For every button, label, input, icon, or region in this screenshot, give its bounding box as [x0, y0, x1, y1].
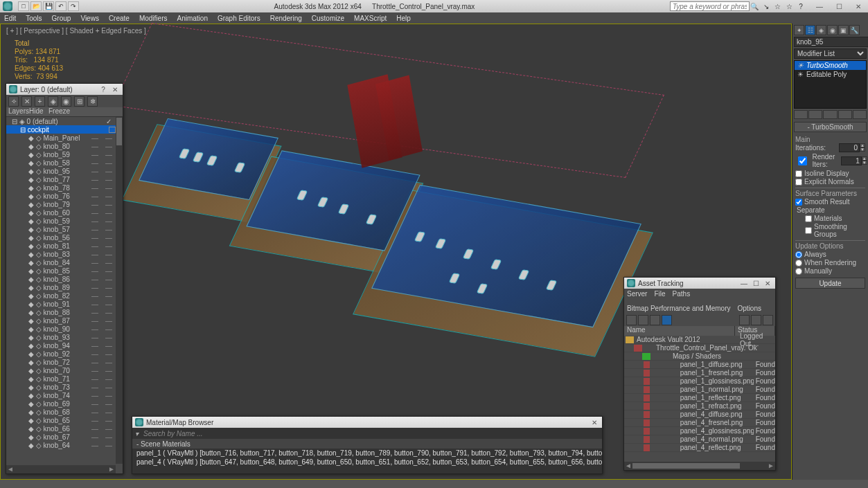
menu-edit[interactable]: Edit — [4, 15, 16, 22]
arrow-icon[interactable]: ↘ — [761, 1, 771, 11]
asset-row[interactable]: panel_4_fresnel.pngFound — [624, 419, 775, 427]
menu-group[interactable]: Group — [52, 15, 71, 22]
modifier-stack[interactable]: ☀TurboSmooth☀Editable Poly — [794, 60, 867, 109]
qat-open-icon[interactable]: 📂 — [30, 1, 42, 11]
remove-modifier-icon[interactable] — [838, 110, 852, 119]
update-button[interactable]: Update — [795, 278, 865, 289]
layer-row[interactable]: ◆ ◇ knob_74—— — [6, 391, 116, 399]
list-view-icon[interactable] — [650, 315, 660, 325]
asset-hscrollbar[interactable]: ◄► — [624, 462, 775, 470]
smooth-result-checkbox[interactable] — [795, 199, 802, 206]
close-icon[interactable]: ✕ — [763, 280, 772, 287]
tree-view-icon[interactable] — [626, 315, 637, 325]
menu-customize[interactable]: Customize — [312, 15, 344, 22]
configure-sets-icon[interactable] — [853, 110, 867, 119]
iterations-spinner[interactable] — [839, 143, 860, 152]
tab-motion-icon[interactable]: ◉ — [827, 25, 838, 35]
menu-animation[interactable]: Animation — [177, 15, 207, 22]
modifier-list-dropdown[interactable]: Modifier List — [794, 48, 867, 59]
scene-materials-group[interactable]: - Scene Materials — [132, 439, 602, 449]
menu-maxscript[interactable]: MAXScript — [354, 15, 387, 22]
explicit-normals-checkbox[interactable] — [795, 179, 802, 186]
asset-row[interactable]: panel_1_refract.pngFound — [624, 402, 775, 410]
asset-row[interactable]: panel_4_normal.pngFound — [624, 435, 775, 444]
hide-unhide-icon[interactable]: ⊞ — [74, 96, 85, 107]
tab-hierarchy-icon[interactable]: ◈ — [816, 25, 826, 35]
layer-row[interactable]: ◆ ◇ knob_70—— — [6, 366, 116, 374]
select-highlight-icon[interactable]: ◈ — [48, 96, 58, 107]
refresh-icon[interactable] — [739, 315, 750, 325]
asset-row[interactable]: Throttle_Control_Panel_vray.maxOk — [624, 344, 775, 352]
new-layer-icon[interactable]: ✧ — [8, 96, 19, 107]
layer-row[interactable]: ◆ ◇ knob_84—— — [6, 258, 116, 266]
tab-modify-icon[interactable]: ☷ — [805, 25, 815, 35]
sep-smoothing-checkbox[interactable] — [805, 227, 812, 234]
layer-row[interactable]: ◆ ◇ knob_89—— — [6, 283, 116, 291]
spinner-down[interactable]: ▼ — [860, 147, 865, 152]
layer-row[interactable]: ◆ ◇ knob_71—— — [6, 374, 116, 383]
help-icon[interactable]: ? — [796, 1, 806, 11]
table-view-icon[interactable] — [638, 315, 648, 325]
layer-row[interactable]: ◆ ◇ knob_56—— — [6, 233, 116, 242]
asset-row[interactable]: panel_4_reflect.pngFound — [624, 444, 775, 452]
layer-tree[interactable]: ⊟ ◈ 0 (default)✓⊟ cockpit◆ ◇ Main_Panel—… — [6, 117, 116, 464]
help-search-input[interactable] — [670, 1, 750, 11]
layer-row[interactable]: ◆ ◇ knob_80—— — [6, 142, 116, 150]
show-end-result-icon[interactable] — [808, 110, 822, 119]
status-icon[interactable] — [751, 315, 761, 325]
modifier-editable-poly[interactable]: ☀Editable Poly — [795, 70, 866, 79]
asset-menu-file[interactable]: File — [654, 290, 665, 298]
asset-row[interactable]: panel_1_glossiness.pngFound — [624, 377, 775, 386]
layer-row[interactable]: ◆ ◇ knob_66—— — [6, 424, 116, 433]
material-row[interactable]: panel_1 ( VRayMtl ) [button_716, button_… — [132, 449, 602, 458]
material-row[interactable]: panel_4 ( VRayMtl ) [button_647, button_… — [132, 458, 602, 467]
layer-row[interactable]: ◆ ◇ knob_91—— — [6, 300, 116, 308]
minimize-button[interactable]: — — [813, 3, 826, 10]
layer-row[interactable]: ◆ ◇ knob_76—— — [6, 192, 116, 200]
qat-redo-icon[interactable]: ↷ — [68, 1, 79, 11]
layer-row[interactable]: ◆ ◇ knob_67—— — [6, 433, 116, 441]
menu-modifiers[interactable]: Modifiers — [139, 15, 168, 22]
layer-row[interactable]: ◆ ◇ knob_77—— — [6, 175, 116, 183]
layer-row[interactable]: ◆ ◇ knob_65—— — [6, 416, 116, 424]
layer-row[interactable]: ◆ ◇ knob_58—— — [6, 159, 116, 167]
render-iters-checkbox[interactable] — [795, 156, 810, 165]
thumbnail-view-icon[interactable] — [662, 315, 672, 325]
options-icon[interactable] — [763, 315, 773, 325]
layer-row[interactable]: ◆ ◇ knob_88—— — [6, 308, 116, 316]
update-manually-radio[interactable] — [795, 268, 802, 275]
sep-materials-checkbox[interactable] — [805, 215, 812, 222]
asset-row[interactable]: Maps / Shaders — [624, 352, 775, 361]
layer-row[interactable]: ◆ ◇ knob_68—— — [6, 408, 116, 416]
layer-row[interactable]: ◆ ◇ knob_69—— — [6, 399, 116, 408]
asset-menu-options[interactable]: Options — [738, 305, 761, 312]
help-icon[interactable]: ? — [98, 86, 108, 93]
close-icon[interactable]: ✕ — [110, 86, 120, 93]
asset-menu-server[interactable]: Server — [627, 290, 647, 298]
layer-dialog-titlebar[interactable]: Layer: 0 (default) ?✕ — [6, 84, 123, 95]
material-dialog-titlebar[interactable]: Material/Map Browser ✕ — [132, 417, 602, 428]
menu-rendering[interactable]: Rendering — [270, 15, 302, 22]
asset-row[interactable]: panel_1_reflect.pngFound — [624, 394, 775, 402]
tab-display-icon[interactable]: ▣ — [838, 25, 849, 35]
asset-row[interactable]: panel_1_fresnel.pngFound — [624, 369, 775, 377]
rollout-header[interactable]: - TurboSmooth — [794, 122, 867, 132]
layer-row[interactable]: ◆ ◇ knob_79—— — [6, 200, 116, 208]
viewport-label[interactable]: [ + ] [ Perspective ] [ Shaded + Edged F… — [6, 27, 146, 35]
layer-row[interactable]: ◆ ◇ knob_59—— — [6, 217, 116, 225]
object-name-field[interactable] — [794, 37, 868, 47]
star-icon[interactable]: ☆ — [772, 1, 782, 11]
make-unique-icon[interactable] — [823, 110, 837, 119]
update-always-radio[interactable] — [795, 251, 802, 258]
layer-row[interactable]: ◆ ◇ Main_Panel—— — [6, 134, 116, 142]
asset-row[interactable]: panel_4_glossiness.pngFound — [624, 427, 775, 435]
asset-row[interactable]: panel_4_diffuse.pngFound — [624, 410, 775, 419]
layer-row[interactable]: ◆ ◇ knob_59—— — [6, 150, 116, 159]
layer-hscrollbar[interactable]: ◄► — [6, 465, 116, 473]
asset-menu-bitmap-performance-and-memory[interactable]: Bitmap Performance and Memory — [627, 305, 731, 312]
star-icon-2[interactable]: ☆ — [784, 1, 794, 11]
tab-utilities-icon[interactable]: 🔧 — [849, 25, 860, 35]
layer-row[interactable]: ◆ ◇ knob_94—— — [6, 341, 116, 350]
layer-row[interactable]: ◆ ◇ knob_87—— — [6, 316, 116, 325]
asset-row[interactable]: panel_1_normal.pngFound — [624, 386, 775, 394]
